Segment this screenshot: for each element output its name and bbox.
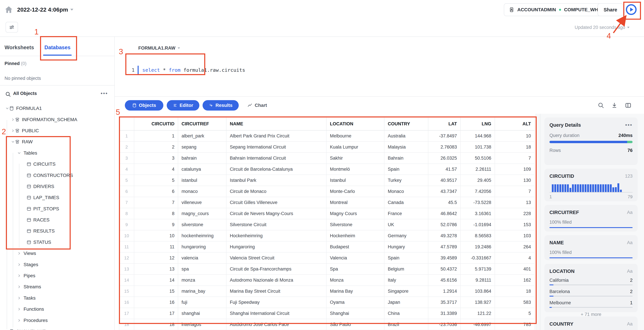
tree-item-formula1[interactable]: FORMULA1 (0, 103, 114, 114)
table-cell[interactable]: Bahrain International Circuit (226, 153, 326, 164)
table-cell[interactable]: Melbourne (326, 131, 384, 142)
toggle-panel-button[interactable] (624, 101, 632, 110)
table-cell[interactable]: Brazil (384, 319, 428, 330)
chevron-right-icon[interactable] (17, 285, 21, 289)
table-cell[interactable]: Circuit de Barcelona-Catalunya (226, 164, 326, 175)
table-cell[interactable]: 2 (134, 142, 178, 153)
table-cell[interactable]: Valencia Street Circuit (226, 253, 326, 264)
table-cell[interactable]: 109 (495, 164, 535, 175)
table-cell[interactable]: 583 (495, 297, 535, 308)
toolbar-button-chart[interactable]: Chart (247, 100, 267, 111)
table-cell[interactable]: Oyama (326, 297, 384, 308)
table-cell[interactable]: istanbul (178, 175, 226, 186)
table-cell[interactable]: 3 (134, 153, 178, 164)
table-cell[interactable]: Montreal (326, 197, 384, 208)
table-cell[interactable]: Hockenheim (326, 230, 384, 241)
table-cell[interactable]: 162 (495, 275, 535, 286)
table-cell[interactable]: -0.331667 (460, 253, 495, 264)
column-header-country[interactable]: COUNTRY (384, 118, 428, 131)
table-cell[interactable]: Hungaroring (226, 241, 326, 253)
chevron-right-icon[interactable] (17, 307, 21, 311)
tree-item-pipes[interactable]: Pipes (0, 270, 114, 281)
table-cell[interactable]: -46.6997 (460, 319, 495, 330)
table-cell[interactable]: Silverstone (326, 219, 384, 230)
table-cell[interactable]: Shanghai International Circuit (226, 308, 326, 319)
table-cell[interactable]: Valencia (326, 253, 384, 264)
table-cell[interactable]: 8 (134, 208, 178, 219)
table-cell[interactable]: Spain (384, 164, 428, 175)
table-cell[interactable]: Japan (384, 297, 428, 308)
updated-status-dropdown[interactable]: Updated 20 seconds ago (575, 25, 630, 30)
home-icon[interactable] (4, 5, 14, 14)
toolbar-button-editor[interactable]: Editor (167, 100, 199, 111)
table-cell[interactable]: 103 (495, 230, 535, 241)
table-cell[interactable]: Australia (384, 131, 428, 142)
chevron-right-icon[interactable] (5, 329, 10, 330)
table-cell[interactable]: Hungary (384, 241, 428, 253)
tree-item-public[interactable]: PUBLIC (0, 125, 114, 136)
table-cell[interactable]: magny_cours (178, 208, 226, 219)
table-cell[interactable]: 13 (495, 197, 535, 208)
table-cell[interactable]: 52.0786 (428, 219, 460, 230)
table-cell[interactable]: Albert Park Grand Prix Circuit (226, 131, 326, 142)
table-cell[interactable]: Hockenheimring (226, 230, 326, 241)
column-header-circuitref[interactable]: CIRCUITREF (178, 118, 226, 131)
more-options-icon[interactable]: ••• (100, 91, 108, 96)
table-cell[interactable]: 46.8642 (428, 208, 460, 219)
table-cell[interactable]: Shanghai (326, 308, 384, 319)
filters-button[interactable] (6, 22, 18, 33)
show-more-values[interactable]: + 71 more (550, 312, 632, 317)
table-cell[interactable]: -1.01694 (460, 219, 495, 230)
table-cell[interactable]: 1 (134, 131, 178, 142)
chevron-down-icon[interactable] (5, 106, 10, 111)
column-header-circuitid[interactable]: CIRCUITID (134, 118, 178, 131)
table-cell[interactable]: 5.97139 (460, 264, 495, 275)
table-cell[interactable]: Istanbul Park (226, 175, 326, 186)
table-cell[interactable]: 1.2914 (428, 286, 460, 297)
table-cell[interactable]: 45.6156 (428, 275, 460, 286)
chevron-right-icon[interactable] (17, 274, 21, 278)
chevron-right-icon[interactable] (17, 251, 21, 256)
table-cell[interactable]: Spain (384, 253, 428, 264)
table-cell[interactable]: 785 (495, 319, 535, 330)
table-cell[interactable]: 264 (495, 241, 535, 253)
table-cell[interactable]: 401 (495, 264, 535, 275)
table-cell[interactable]: São Paulo (326, 319, 384, 330)
table-cell[interactable]: 50.4372 (428, 264, 460, 275)
table-cell[interactable]: bahrain (178, 153, 226, 164)
table-cell[interactable]: Circuit de Spa-Francorchamps (226, 264, 326, 275)
table-cell[interactable]: -23.7036 (428, 319, 460, 330)
table-cell[interactable]: monaco (178, 186, 226, 197)
column-header-alt[interactable]: ALT (495, 118, 535, 131)
table-cell[interactable]: China (384, 308, 428, 319)
table-cell[interactable]: 130 (495, 175, 535, 186)
table-cell[interactable]: Circuit Gilles Villeneuve (226, 197, 326, 208)
table-cell[interactable]: 26.0325 (428, 153, 460, 164)
table-cell[interactable]: Spa (326, 264, 384, 275)
table-cell[interactable]: shanghai (178, 308, 226, 319)
table-cell[interactable]: 15 (134, 286, 178, 297)
table-cell[interactable]: 3.16361 (460, 208, 495, 219)
table-cell[interactable]: 9.28111 (460, 275, 495, 286)
chevron-right-icon[interactable] (11, 129, 15, 133)
tree-item-drivers[interactable]: DRIVERS (0, 181, 114, 192)
tree-item-pit_stops[interactable]: PIT_STOPS (0, 203, 114, 214)
table-cell[interactable]: 18 (495, 286, 535, 297)
query-details-menu-icon[interactable]: ••• (625, 122, 632, 128)
download-results-button[interactable] (610, 101, 619, 110)
table-cell[interactable]: 4 (134, 164, 178, 175)
table-cell[interactable]: Monza (326, 275, 384, 286)
table-cell[interactable]: 9 (134, 219, 178, 230)
table-cell[interactable]: marina_bay (178, 286, 226, 297)
tree-item-stages[interactable]: Stages (0, 259, 114, 270)
table-cell[interactable]: Monte-Carlo (326, 186, 384, 197)
table-cell[interactable]: 138.927 (460, 297, 495, 308)
table-cell[interactable]: Kuala Lumpur (326, 142, 384, 153)
search-results-button[interactable] (596, 101, 605, 110)
tab-worksheets[interactable]: Worksheets (4, 44, 34, 51)
table-cell[interactable]: Montmeló (326, 164, 384, 175)
table-cell[interactable]: Sakhir (326, 153, 384, 164)
table-cell[interactable]: 144.968 (460, 131, 495, 142)
table-cell[interactable]: Circuit de Monaco (226, 186, 326, 197)
column-header-lng[interactable]: LNG (460, 118, 495, 131)
